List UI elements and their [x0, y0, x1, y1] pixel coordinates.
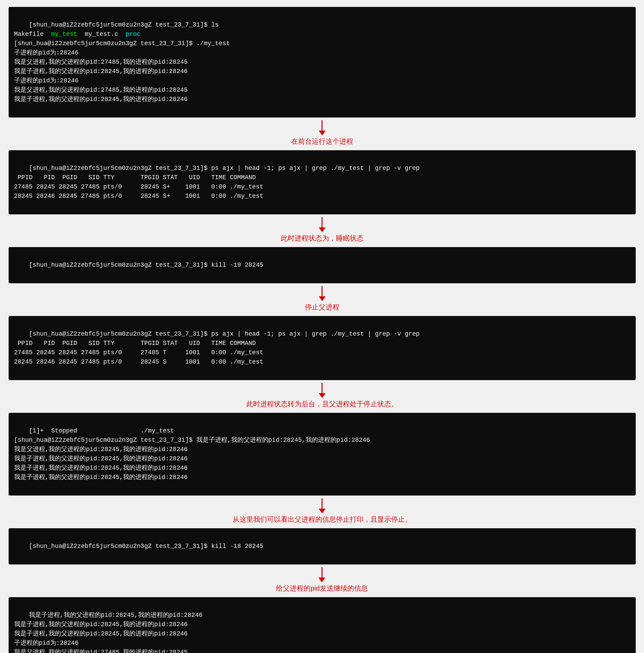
arrow-line-2 [321, 217, 323, 227]
terminal-block-6: [shun_hua@iZ2zebfc5jur5cm0zu2n3gZ test_2… [9, 528, 636, 564]
arrow-head-5 [319, 509, 326, 513]
annotation-6: 给父进程的pid发送继续的信息 [276, 567, 368, 594]
annotation-text-3: 停止父进程 [305, 303, 339, 312]
arrow-line-1 [321, 120, 323, 131]
arrow-head-1 [319, 131, 326, 135]
annotation-text-1: 在前台运行这个进程 [291, 137, 353, 146]
annotation-5: 从这里我们可以看出父进程的信息停止打印，且显示停止。 [233, 498, 412, 526]
terminal-block-5: [1]+ Stopped ./my_test [shun_hua@iZ2zebf… [9, 413, 636, 496]
annotation-3: 停止父进程 [305, 286, 339, 313]
arrow-line-6 [321, 567, 323, 578]
terminal-block-2: [shun_hua@iZ2zebfc5jur5cm0zu2n3gZ test_2… [9, 150, 636, 214]
terminal-block-3: [shun_hua@iZ2zebfc5jur5cm0zu2n3gZ test_2… [9, 247, 636, 283]
terminal-block-7: 我是子进程,我的父进程的pid:28245,我的进程的pid:28246 我是子… [9, 597, 636, 653]
arrow-head-4 [319, 393, 326, 398]
annotation-text-2: 此时进程状态为，睡眠状态 [281, 234, 364, 243]
annotation-text-6: 给父进程的pid发送继续的信息 [276, 584, 368, 593]
terminal-block-1: [shun_hua@iZ2zebfc5jur5cm0zu2n3gZ test_2… [9, 7, 636, 118]
annotation-text-5: 从这里我们可以看出父进程的信息停止打印，且显示停止。 [233, 515, 412, 524]
annotation-text-4: 此时进程状态转为后台，且父进程处于停止状态。 [246, 399, 398, 409]
arrow-head-6 [318, 578, 325, 582]
arrow-line-3 [321, 286, 323, 296]
page-container: [shun_hua@iZ2zebfc5jur5cm0zu2n3gZ test_2… [7, 7, 637, 653]
annotation-2: 此时进程状态为，睡眠状态 [281, 217, 364, 244]
terminal-block-4: [shun_hua@iZ2zebfc5jur5cm0zu2n3gZ test_2… [9, 316, 636, 380]
arrow-head-3 [319, 296, 326, 301]
arrow-head-2 [319, 227, 326, 232]
arrow-line-4 [321, 383, 323, 393]
annotation-1: 在前台运行这个进程 [291, 120, 353, 147]
annotation-4: 此时进程状态转为后台，且父进程处于停止状态。 [246, 383, 398, 410]
arrow-line-5 [321, 498, 323, 509]
